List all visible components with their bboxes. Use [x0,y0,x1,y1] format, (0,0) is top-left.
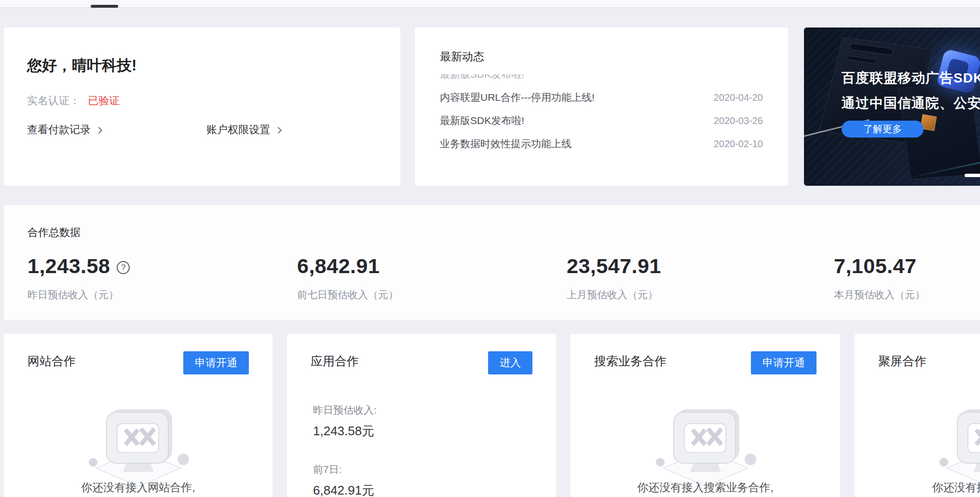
apply-open-button[interactable]: 申请开通 [183,351,249,374]
auth-status-badge: 已验证 [88,95,120,107]
greeting-title: 您好，晴叶科技! [27,55,136,76]
enter-button[interactable]: 进入 [488,351,532,374]
coop-stat-label: 昨日预估收入: [313,403,377,417]
screen-coop-card: 聚屏合作 申请开通 你还没有接入聚屏合作, [855,334,980,497]
auth-label: 实名认证： [27,95,80,107]
stats-title: 合作总数据 [27,225,81,240]
stat-label: 昨日预估收入（元） [27,288,119,302]
stat-label: 本月预估收入（元） [834,288,925,302]
apply-open-button[interactable]: 申请开通 [751,351,817,374]
carousel-indicator [965,174,980,177]
promo-banner[interactable]: 百度联盟移动广告SDK 通过中国信通院、公安 了解更多 [804,28,980,186]
help-icon[interactable]: ? [117,261,130,274]
chevron-right-icon [275,127,282,134]
dead-tv-icon [81,406,196,488]
coop-card-title: 聚屏合作 [878,353,926,369]
dead-tv-icon [931,406,980,488]
website-coop-card: 网站合作 申请开通 你还没有接入网站合作, [4,334,272,497]
coop-card-title: 搜索业务合作 [594,353,667,369]
stat-value: 1,243.58 [27,254,110,277]
empty-state-text: 你还没有接入搜索业务合作, [571,480,840,495]
learn-more-button[interactable]: 了解更多 [842,121,924,138]
stat-value: 23,547.91 [567,254,661,278]
greeting-card: 您好，晴叶科技! 实名认证： 已验证 查看付款记录 账户权限设置 [4,28,400,186]
stat-value: 6,842.91 [297,254,380,278]
account-permission-link[interactable]: 账户权限设置 [206,123,281,137]
latest-news-card: 最新动态 最新版SDK发布啦! 内容联盟URL合作---停用功能上线! 2020… [415,28,788,186]
news-date: 2020-03-26 [714,115,763,126]
coop-stat-label: 前7日: [313,463,377,476]
news-date: 2020-02-10 [714,138,763,150]
empty-state-text: 你还没有接入聚屏合作, [855,480,980,495]
news-item-scrolling-clipped: 最新版SDK发布啦! [440,74,710,81]
stat-label: 上月预估收入（元） [567,288,658,302]
coop-stat-value: 6,842.91元 [313,482,377,497]
banner-subline: 通过中国信通院、公安 [842,94,980,112]
app-coop-card: 应用合作 进入 昨日预估收入: 1,243.58元 前7日: 6,842.91元 [287,334,556,497]
news-date: 2020-04-20 [714,92,763,103]
coop-card-title: 网站合作 [27,353,76,369]
coop-stat-value: 1,243.58元 [313,423,377,440]
news-item[interactable]: 最新版SDK发布啦! 2020-03-26 [440,113,763,128]
search-coop-card: 搜索业务合作 申请开通 你还没有接入搜索业务合作, [571,334,840,497]
realname-auth-row: 实名认证： 已验证 [27,94,120,108]
news-item[interactable]: 内容联盟URL合作---停用功能上线! 2020-04-20 [440,90,763,105]
top-bar [0,0,980,8]
news-title: 最新动态 [440,49,484,64]
empty-state-text: 你还没有接入网站合作, [4,480,272,495]
news-item[interactable]: 业务数据时效性提示功能上线 2020-02-10 [440,137,763,151]
stat-label: 前七日预估收入（元） [297,288,398,302]
banner-headline: 百度联盟移动广告SDK [842,69,980,87]
tab-indicator [91,5,118,8]
coop-card-title: 应用合作 [311,353,359,369]
payment-records-link[interactable]: 查看付款记录 [27,123,101,137]
stat-value: 7,105.47 [834,254,916,278]
dead-tv-icon [648,406,763,488]
chevron-right-icon [95,127,102,134]
total-stats-panel: 合作总数据 1,243.58? 昨日预估收入（元） 6,842.91 前七日预估… [4,205,980,320]
